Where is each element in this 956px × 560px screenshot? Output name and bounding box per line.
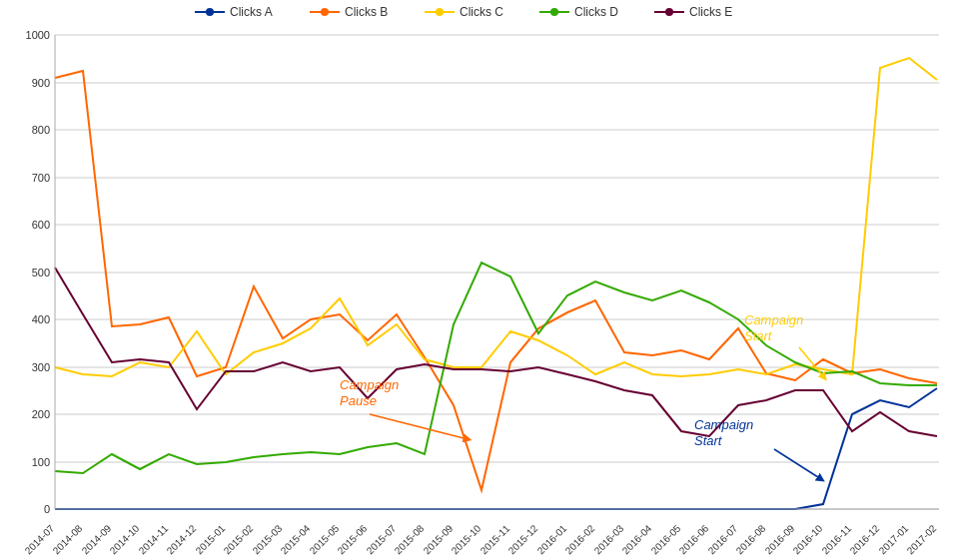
svg-text:Campaign: Campaign bbox=[340, 377, 399, 392]
svg-text:2016-04: 2016-04 bbox=[620, 522, 654, 556]
svg-text:2014-07: 2014-07 bbox=[23, 522, 57, 556]
svg-text:Pause: Pause bbox=[340, 393, 377, 408]
y-label-900: 900 bbox=[32, 77, 50, 89]
svg-text:2016-11: 2016-11 bbox=[820, 522, 854, 556]
y-label-300: 300 bbox=[32, 361, 50, 373]
svg-text:Campaign: Campaign bbox=[694, 417, 753, 432]
svg-point-41 bbox=[665, 8, 673, 16]
svg-text:2016-08: 2016-08 bbox=[734, 522, 768, 556]
svg-line-50 bbox=[774, 449, 821, 479]
svg-text:2015-04: 2015-04 bbox=[279, 522, 313, 556]
legend: Clicks A Clicks B Clicks C Clicks D Clic… bbox=[195, 5, 732, 19]
legend-label-C: Clicks C bbox=[460, 5, 503, 19]
svg-text:2014-11: 2014-11 bbox=[137, 522, 171, 556]
svg-text:2015-06: 2015-06 bbox=[336, 522, 370, 556]
y-label-800: 800 bbox=[32, 124, 50, 136]
svg-text:Start: Start bbox=[694, 433, 723, 448]
y-label-500: 500 bbox=[32, 267, 50, 279]
svg-text:2016-03: 2016-03 bbox=[592, 522, 626, 556]
y-label-700: 700 bbox=[32, 172, 50, 184]
legend-label-E: Clicks E bbox=[689, 5, 732, 19]
y-label-600: 600 bbox=[32, 219, 50, 231]
svg-text:2015-11: 2015-11 bbox=[478, 522, 512, 556]
y-label-400: 400 bbox=[32, 313, 50, 325]
svg-text:2017-01: 2017-01 bbox=[877, 522, 911, 556]
legend-label-A: Clicks A bbox=[230, 5, 273, 19]
y-label-0: 0 bbox=[44, 503, 50, 515]
svg-text:2015-02: 2015-02 bbox=[222, 522, 256, 556]
svg-text:2015-03: 2015-03 bbox=[251, 522, 285, 556]
annotation-campaign-pause: Campaign Pause bbox=[340, 377, 468, 439]
svg-text:2015-08: 2015-08 bbox=[393, 522, 427, 556]
x-axis-labels: 2014-07 2014-08 2014-09 2014-10 2014-11 … bbox=[23, 522, 939, 556]
svg-text:2014-12: 2014-12 bbox=[165, 522, 199, 556]
svg-text:Start: Start bbox=[744, 328, 773, 343]
svg-text:2014-09: 2014-09 bbox=[80, 522, 114, 556]
svg-text:2016-07: 2016-07 bbox=[706, 522, 740, 556]
y-label-1000: 1000 bbox=[26, 29, 50, 41]
svg-point-37 bbox=[436, 8, 444, 16]
series-B bbox=[55, 71, 937, 490]
svg-text:2014-10: 2014-10 bbox=[108, 522, 142, 556]
svg-line-44 bbox=[370, 414, 468, 439]
svg-text:2016-09: 2016-09 bbox=[763, 522, 797, 556]
svg-text:2016-01: 2016-01 bbox=[535, 522, 569, 556]
chart-container: 0 100 200 300 400 500 600 700 800 900 10… bbox=[0, 0, 956, 560]
legend-label-B: Clicks B bbox=[345, 5, 388, 19]
svg-text:2017-02: 2017-02 bbox=[905, 522, 939, 556]
svg-text:2015-10: 2015-10 bbox=[450, 522, 483, 556]
svg-text:2016-12: 2016-12 bbox=[848, 522, 882, 556]
legend-label-D: Clicks D bbox=[574, 5, 618, 19]
svg-text:2016-02: 2016-02 bbox=[563, 522, 597, 556]
svg-text:2015-12: 2015-12 bbox=[506, 522, 540, 556]
svg-point-33 bbox=[206, 8, 214, 16]
svg-text:2015-09: 2015-09 bbox=[422, 522, 456, 556]
y-label-200: 200 bbox=[32, 408, 50, 420]
svg-text:Campaign: Campaign bbox=[744, 312, 803, 327]
svg-point-39 bbox=[550, 8, 558, 16]
svg-point-35 bbox=[321, 8, 329, 16]
svg-text:2015-07: 2015-07 bbox=[365, 522, 399, 556]
svg-text:2016-05: 2016-05 bbox=[649, 522, 683, 556]
svg-text:2014-08: 2014-08 bbox=[51, 522, 85, 556]
series-E bbox=[55, 268, 937, 436]
series-C bbox=[55, 58, 937, 376]
annotation-campaign-start-blue: Campaign Start bbox=[694, 417, 821, 479]
svg-text:2016-10: 2016-10 bbox=[791, 522, 825, 556]
series-A bbox=[55, 388, 937, 509]
svg-text:2016-06: 2016-06 bbox=[677, 522, 711, 556]
svg-text:2015-05: 2015-05 bbox=[308, 522, 342, 556]
svg-text:2015-01: 2015-01 bbox=[194, 522, 228, 556]
y-label-100: 100 bbox=[32, 456, 50, 468]
